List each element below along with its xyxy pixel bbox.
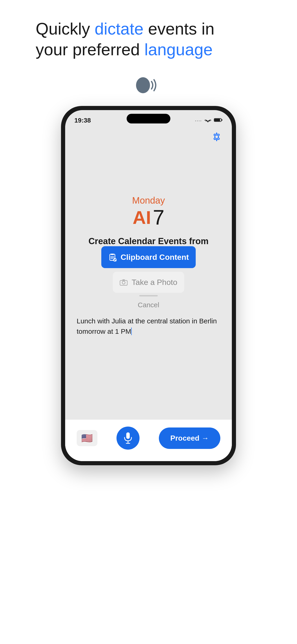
- hero-heading: Quickly dictate events in your preferred…: [22, 18, 275, 60]
- settings-gear-button[interactable]: [211, 131, 223, 143]
- proceed-button[interactable]: Proceed →: [159, 428, 220, 449]
- hero-plain-1: Quickly: [36, 20, 95, 38]
- svg-point-5: [215, 135, 218, 138]
- day-label: Monday: [132, 195, 165, 206]
- cursor: [131, 328, 132, 335]
- svg-point-0: [136, 77, 150, 93]
- create-events-label: Create Calendar Events from: [88, 236, 208, 246]
- language-flag-button[interactable]: 🇺🇸: [77, 430, 98, 446]
- svg-rect-3: [214, 118, 220, 121]
- clipboard-button-label: Clipboard Content: [121, 253, 189, 262]
- svg-point-1: [208, 122, 208, 122]
- date-number: 7: [153, 206, 164, 230]
- svg-rect-4: [222, 119, 222, 121]
- take-photo-button[interactable]: Take a Photo: [113, 272, 184, 293]
- date-line: AI 7: [132, 206, 164, 230]
- proceed-label: Proceed →: [170, 434, 209, 442]
- speaking-icon: [132, 74, 164, 97]
- app-content: Monday AI 7 Create Calendar Events from: [65, 126, 232, 461]
- flag-emoji: 🇺🇸: [81, 433, 93, 444]
- cancel-button[interactable]: Cancel: [138, 299, 159, 311]
- signal-dots-icon: ····: [195, 118, 202, 123]
- phone-frame: 19:38 ····: [61, 106, 236, 465]
- hero-blue-1: dictate: [95, 20, 144, 38]
- date-ai-label: AI: [132, 207, 151, 228]
- clipboard-content-button[interactable]: Clipboard Content: [101, 246, 196, 268]
- hero-blue-2: language: [144, 40, 212, 59]
- status-time: 19:38: [74, 117, 91, 124]
- hero-line1: Quickly dictate events in: [36, 20, 214, 38]
- svg-rect-11: [126, 432, 130, 439]
- status-bar: 19:38 ····: [65, 110, 232, 126]
- hero-plain-2: your preferred: [36, 40, 144, 59]
- bottom-toolbar: 🇺🇸 Proceed →: [65, 420, 232, 461]
- hero-end-1: events in: [144, 20, 214, 38]
- status-icons: ····: [195, 118, 223, 124]
- phone-wrapper: 19:38 ····: [0, 106, 297, 465]
- take-photo-label: Take a Photo: [132, 278, 177, 287]
- hero-line2: your preferred language: [36, 40, 213, 59]
- text-content: Lunch with Julia at the central station …: [77, 317, 217, 335]
- dynamic-island: [127, 114, 170, 124]
- wifi-icon: [204, 118, 212, 124]
- battery-icon: [214, 118, 223, 124]
- phone-screen: 19:38 ····: [65, 110, 232, 461]
- microphone-button[interactable]: [116, 426, 140, 450]
- svg-rect-7: [111, 254, 114, 255]
- sheet-handle: [139, 295, 158, 296]
- svg-point-10: [122, 281, 125, 284]
